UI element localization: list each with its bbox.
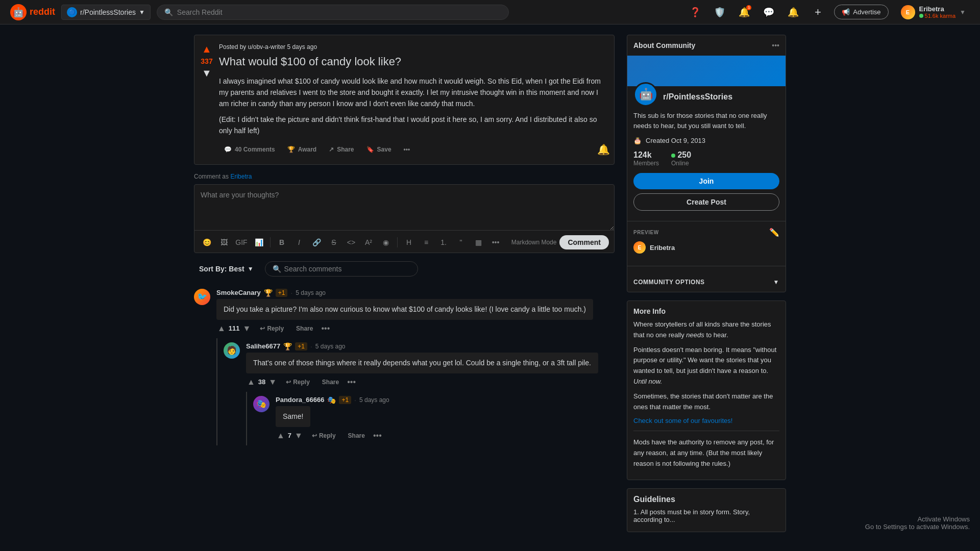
poll-btn[interactable]: 📊 <box>252 235 266 249</box>
sort-by-dropdown[interactable]: Sort By: Best ▼ <box>194 262 259 276</box>
preview-section: PREVIEW ✏️ E Eribetra <box>627 221 786 260</box>
comment-upvote[interactable]: ▲ <box>276 430 286 441</box>
post-body-p1: I always imagined what $100 of candy wou… <box>219 76 610 110</box>
post-container: ▲ 337 ▼ Posted by u/obv-a-writer 5 days … <box>194 35 615 165</box>
post-body-p2: (Edit: I didn't take the picture and did… <box>219 114 610 137</box>
comment-share-button[interactable]: Share <box>292 323 317 334</box>
table-btn[interactable]: ▦ <box>471 235 485 249</box>
comment-thread: 🐦 SmokeCanary 🏆 +1 · 5 days ago Did you … <box>194 285 615 445</box>
comment-actions: ▲ 111 ▼ ↩ Reply Share <box>216 323 615 334</box>
community-options-label: COMMUNITY OPTIONS <box>633 279 705 286</box>
more-options[interactable]: ••• <box>321 324 330 333</box>
more-info-title: More Info <box>633 307 779 315</box>
more-info-p2: Pointless doesn't mean boring. It means … <box>633 345 779 387</box>
about-community-title: About Community <box>633 41 695 49</box>
superscript-btn[interactable]: A² <box>361 235 376 249</box>
more-options[interactable]: ••• <box>373 431 382 440</box>
search-input[interactable] <box>177 8 501 16</box>
community-options[interactable]: COMMUNITY OPTIONS ▼ <box>627 272 786 292</box>
comment-as-user-link[interactable]: Eribetra <box>230 173 252 180</box>
chevron-down-icon: ▼ <box>960 9 966 16</box>
help-icon[interactable]: ❓ <box>687 4 703 20</box>
comment-upvote[interactable]: ▲ <box>246 377 256 388</box>
award-label: Award <box>298 146 316 153</box>
vote-column: ▲ 337 ▼ <box>194 39 219 160</box>
online-stat: 250 Online <box>671 151 691 167</box>
comment-editor: 😊 🖼 GIF 📊 B I 🔗 S <> A² ◉ H ≡ 1. " <box>194 184 615 253</box>
quote-btn[interactable]: " <box>454 235 468 249</box>
comment-header: Salihe6677 🏆 +1 · 5 days ago <box>246 342 615 350</box>
about-community-card: About Community ••• 🤖 r/PointlessStories… <box>627 35 786 292</box>
plus-icon[interactable]: + <box>810 4 826 20</box>
comment-upvote[interactable]: ▲ <box>216 323 227 334</box>
reply-label: Reply <box>267 325 284 332</box>
subreddit-selector[interactable]: 🔵 r/PointlessStories ▼ <box>61 5 151 20</box>
share-button[interactable]: ↗ Share <box>324 143 359 156</box>
comment-body: Pandora_66666 🎭 +1 · 5 days ago Same! <box>276 396 615 441</box>
comment-downvote[interactable]: ▼ <box>267 377 278 388</box>
gif-btn[interactable]: GIF <box>234 235 249 249</box>
spoiler-btn[interactable]: ◉ <box>379 235 393 249</box>
comment-textarea[interactable] <box>194 185 614 231</box>
comment-share-button[interactable]: Share <box>344 430 369 441</box>
reddit-logo[interactable]: 🤖 reddit <box>10 4 55 20</box>
more-info-p1: Where storytellers of all kinds share th… <box>633 319 779 341</box>
join-button[interactable]: Join <box>633 173 779 189</box>
image-btn[interactable]: 🖼 <box>217 235 231 249</box>
user-karma: 51.6k karma <box>919 13 956 19</box>
code-btn[interactable]: <> <box>344 235 358 249</box>
bell-icon[interactable]: 🔔 <box>785 4 801 20</box>
link-btn[interactable]: 🔗 <box>309 235 324 249</box>
save-button[interactable]: 🔖 Save <box>361 143 397 156</box>
reply-icon: ↩ <box>312 432 317 439</box>
more-formatting-btn[interactable]: ••• <box>488 235 503 249</box>
award-button[interactable]: 🏆 Award <box>282 143 322 156</box>
comment-share-button[interactable]: Share <box>318 377 343 388</box>
user-menu[interactable]: E Eribetra 51.6k karma ▼ <box>897 3 970 21</box>
strikethrough-btn[interactable]: S <box>327 235 341 249</box>
numbered-list-btn[interactable]: 1. <box>436 235 451 249</box>
members-count: 124k <box>633 151 659 160</box>
shield-icon[interactable]: 🛡️ <box>712 4 728 20</box>
avatar: 🧑 <box>224 342 240 359</box>
notification-icon[interactable]: 🔔1 <box>736 4 752 20</box>
chat-icon[interactable]: 💬 <box>761 4 777 20</box>
avatar: 🐦 <box>194 289 210 305</box>
comment-reply-button[interactable]: ↩ Reply <box>282 377 314 388</box>
more-options-button[interactable]: ••• <box>399 143 415 156</box>
edit-icon[interactable]: ✏️ <box>769 228 779 237</box>
sidebar-card-body: This sub is for those stories that no on… <box>627 111 786 221</box>
reddit-icon: 🤖 <box>10 4 27 20</box>
comment-reply-button[interactable]: ↩ Reply <box>308 430 340 441</box>
toolbar-separator-2 <box>397 237 398 247</box>
comment-downvote[interactable]: ▼ <box>242 323 252 334</box>
notify-bell[interactable]: 🔔 <box>597 143 610 156</box>
comment-downvote[interactable]: ▼ <box>293 430 304 441</box>
emoji-btn[interactable]: 😊 <box>200 235 214 249</box>
downvote-button[interactable]: ▼ <box>202 67 212 79</box>
comment-reply-button[interactable]: ↩ Reply <box>256 323 288 334</box>
comment-actions: ▲ 38 ▼ ↩ Reply Share <box>246 377 615 388</box>
award-icon: 🏆 <box>283 342 292 350</box>
upvote-button[interactable]: ▲ <box>202 43 212 55</box>
comments-count: 40 Comments <box>235 146 275 153</box>
more-options-icon[interactable]: ••• <box>772 41 779 49</box>
guideline-1: 1. All posts must be in story form. Stor… <box>633 508 779 523</box>
advertise-button[interactable]: 📢 Advertise <box>834 5 888 19</box>
bold-btn[interactable]: B <box>275 235 289 249</box>
comment-author: SmokeCanary <box>216 289 261 296</box>
bullet-list-btn[interactable]: ≡ <box>419 235 433 249</box>
online-dot <box>671 154 675 158</box>
create-post-button[interactable]: Create Post <box>633 193 779 211</box>
search-comments-input[interactable] <box>284 265 410 273</box>
more-options[interactable]: ••• <box>347 378 356 387</box>
comments-button[interactable]: 💬 40 Comments <box>219 143 280 156</box>
italic-btn[interactable]: I <box>292 235 306 249</box>
avatar: 🎭 <box>253 396 270 412</box>
heading-btn[interactable]: H <box>402 235 416 249</box>
submit-comment-button[interactable]: Comment <box>559 235 609 249</box>
guidelines-card: Guidelines 1. All posts must be in story… <box>627 488 786 532</box>
comment-item: 🧑 Salihe6677 🏆 +1 · 5 days ago That's on… <box>224 338 615 392</box>
sidebar-stats: 124k Members 250 Online <box>633 151 779 167</box>
more-info-link[interactable]: Check out some of our favourites! <box>633 417 732 424</box>
